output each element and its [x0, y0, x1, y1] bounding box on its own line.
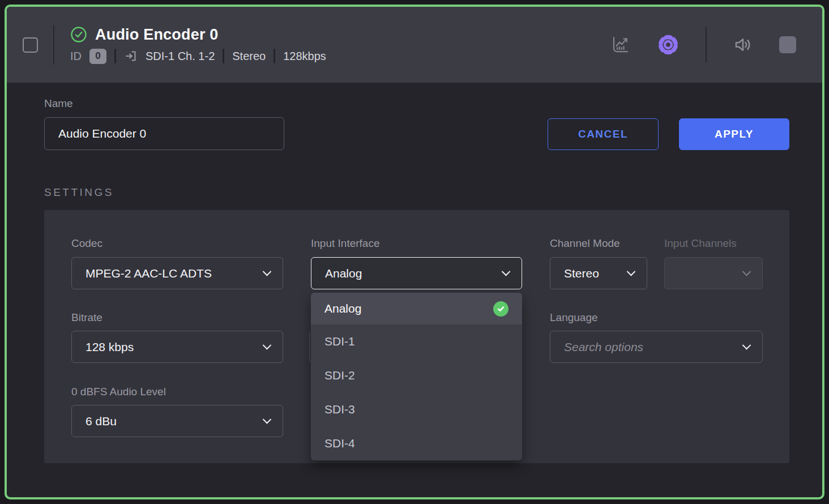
header-title-block: Audio Encoder 0 ID 0 SDI-1 Ch. 1-2 Stere…	[70, 26, 326, 64]
settings-section-title: SETTINGS	[44, 186, 789, 199]
meta-divider	[223, 49, 224, 63]
chevron-down-icon	[742, 341, 751, 350]
channel-mode-select[interactable]: Stereo	[550, 257, 647, 289]
chevron-down-icon	[263, 415, 272, 424]
stats-chart-icon[interactable]	[610, 35, 631, 55]
status-check-circle-icon	[70, 26, 87, 43]
meta-divider	[114, 49, 116, 63]
codec-value: MPEG-2 AAC-LC ADTS	[86, 267, 212, 280]
channel-mode-value: Stereo	[232, 50, 266, 63]
dropdown-option-sdi1[interactable]: SDI-1	[311, 324, 522, 358]
meta-divider	[274, 49, 275, 63]
language-select[interactable]: Search options	[550, 331, 763, 363]
stop-button[interactable]	[779, 36, 796, 53]
option-label: SDI-4	[324, 437, 355, 450]
page-title: Audio Encoder 0	[95, 26, 219, 44]
header-meta-row: ID 0 SDI-1 Ch. 1-2 Stereo 128kbps	[70, 49, 326, 64]
actions-divider	[706, 27, 707, 62]
bitrate-label: Bitrate	[71, 311, 102, 324]
id-badge: 0	[89, 49, 106, 64]
dropdown-option-sdi4[interactable]: SDI-4	[311, 426, 522, 460]
input-source-value: SDI-1 Ch. 1-2	[146, 50, 215, 63]
apply-button[interactable]: APPLY	[679, 118, 789, 150]
input-interface-select[interactable]: Analog	[311, 257, 522, 289]
chevron-down-icon	[502, 267, 511, 276]
input-interface-dropdown-menu: Analog SDI-1 SDI-2 SDI-3	[311, 293, 522, 460]
select-encoder-checkbox[interactable]	[23, 37, 38, 53]
option-label: SDI-1	[324, 335, 355, 348]
dropdown-option-analog[interactable]: Analog	[311, 293, 522, 324]
name-input[interactable]	[44, 117, 284, 150]
channel-mode-value: Stereo	[564, 267, 599, 280]
option-label: SDI-2	[324, 369, 355, 382]
header-bar: Audio Encoder 0 ID 0 SDI-1 Ch. 1-2 Stere…	[7, 7, 822, 83]
editor-body: Name CANCEL APPLY SETTINGS Codec MPEG-2 …	[7, 83, 822, 463]
channel-mode-label: Channel Mode	[550, 237, 620, 250]
stop-icon	[779, 36, 796, 53]
language-label: Language	[550, 311, 598, 324]
cancel-button[interactable]: CANCEL	[548, 118, 659, 150]
chevron-down-icon	[263, 267, 272, 276]
input-channels-select	[664, 257, 763, 289]
input-source-icon	[124, 49, 138, 63]
audio-speaker-icon[interactable]	[733, 35, 753, 55]
chevron-down-icon	[263, 341, 272, 350]
dropdown-option-sdi2[interactable]: SDI-2	[311, 358, 522, 392]
id-label: ID	[70, 50, 82, 63]
input-interface-value: Analog	[325, 267, 362, 280]
encoder-card: Audio Encoder 0 ID 0 SDI-1 Ch. 1-2 Stere…	[5, 5, 824, 499]
header-actions	[610, 27, 822, 62]
header-divider	[53, 25, 54, 65]
codec-select[interactable]: MPEG-2 AAC-LC ADTS	[71, 257, 283, 289]
option-label: Analog	[324, 302, 361, 315]
input-channels-label: Input Channels	[664, 237, 737, 250]
audio-level-value: 6 dBu	[86, 415, 117, 428]
bitrate-select[interactable]: 128 kbps	[71, 331, 283, 363]
chevron-down-icon	[742, 267, 751, 276]
audio-level-select[interactable]: 6 dBu	[71, 405, 283, 437]
audio-level-label: 0 dBFS Audio Level	[71, 386, 166, 398]
settings-panel: Codec MPEG-2 AAC-LC ADTS Input Interface…	[44, 210, 789, 463]
codec-label: Codec	[71, 237, 102, 250]
dropdown-option-sdi3[interactable]: SDI-3	[311, 392, 522, 426]
settings-gear-icon[interactable]	[657, 33, 680, 56]
chevron-down-icon	[627, 267, 636, 276]
language-placeholder: Search options	[564, 340, 643, 354]
name-label: Name	[44, 97, 789, 110]
option-label: SDI-3	[324, 403, 355, 416]
bitrate-value: 128 kbps	[86, 340, 134, 354]
input-interface-label: Input Interface	[311, 237, 379, 250]
selected-check-icon	[493, 301, 508, 317]
bitrate-value: 128kbps	[283, 50, 326, 63]
